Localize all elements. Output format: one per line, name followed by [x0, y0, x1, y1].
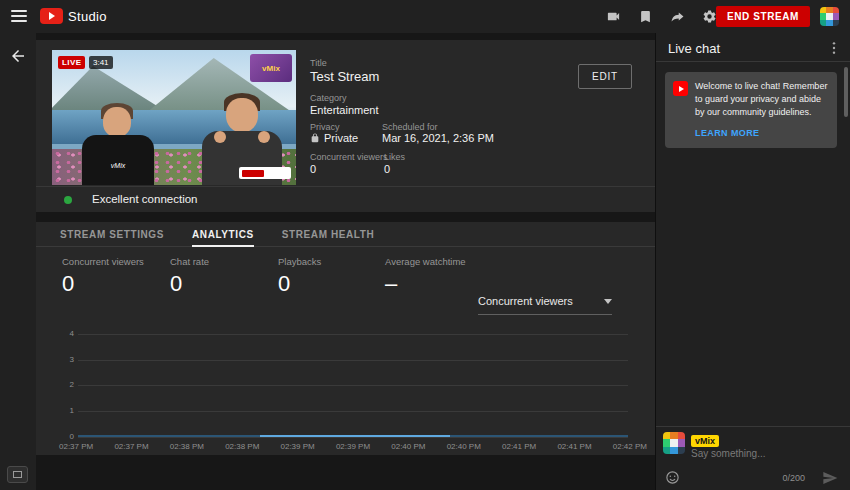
chevron-down-icon — [604, 299, 612, 304]
likes-label: Likes — [384, 152, 405, 162]
y-axis-tick-label: 4 — [50, 330, 74, 338]
share-icon[interactable] — [670, 9, 685, 24]
send-message-icon[interactable] — [822, 470, 838, 486]
y-axis-tick-label: 0 — [50, 433, 74, 441]
x-axis-tick-label: 02:38 PM — [225, 442, 259, 451]
youtube-play-icon — [40, 8, 63, 24]
stream-title: Test Stream — [310, 69, 379, 84]
chart-metric-dropdown[interactable]: Concurrent viewers — [478, 295, 612, 315]
account-avatar[interactable] — [820, 7, 839, 26]
live-preview-player[interactable]: vMix vMix LIVE 3:41 — [52, 50, 296, 185]
privacy-label: Privacy — [310, 122, 340, 132]
chart-gridline — [78, 385, 628, 386]
x-axis-tick-label: 02:40 PM — [391, 442, 425, 451]
connection-status-text: Excellent connection — [92, 193, 197, 205]
chart-gridline — [78, 411, 628, 412]
bookmark-icon[interactable] — [638, 9, 653, 24]
menu-icon[interactable] — [11, 10, 27, 24]
stream-camera-icon[interactable] — [606, 9, 621, 24]
welcome-text: Welcome to live chat! Remember to guard … — [695, 80, 829, 119]
tab-stream-health[interactable]: STREAM HEALTH — [282, 222, 375, 246]
chat-user-avatar[interactable] — [663, 432, 685, 454]
edit-button[interactable]: EDIT — [578, 64, 632, 89]
youtube-studio-logo[interactable]: Studio — [40, 8, 107, 24]
chat-username-badge: vMix — [691, 435, 719, 447]
lock-icon — [310, 133, 320, 143]
back-arrow-icon[interactable] — [9, 47, 27, 65]
privacy-value: Private — [310, 132, 358, 144]
chart-gridline — [78, 334, 628, 335]
x-axis-tick-label: 02:40 PM — [447, 442, 481, 451]
stream-info-card: vMix vMix LIVE 3:41 Title Test Stream Ca… — [36, 40, 655, 212]
vmix-thumbnail-overlay: vMix — [250, 54, 292, 82]
vmix-mosaic-logo — [663, 432, 685, 454]
chat-welcome-message: Welcome to live chat! Remember to guard … — [665, 72, 837, 148]
emoji-icon[interactable] — [665, 470, 680, 485]
elapsed-time-badge: 3:41 — [89, 56, 113, 69]
topbar-actions — [606, 0, 717, 33]
live-badge: LIVE — [58, 56, 85, 69]
brand-text: Studio — [68, 9, 107, 24]
character-counter: 0/200 — [782, 473, 805, 483]
x-axis-tick-label: 02:38 PM — [170, 442, 204, 451]
concurrent-viewers-label: Concurrent viewers — [310, 152, 388, 162]
x-axis-tick-label: 02:37 PM — [59, 442, 93, 451]
topbar: Studio END STREAM — [0, 0, 850, 33]
shirt-logo-text: vMix — [82, 162, 154, 169]
left-rail — [0, 33, 36, 490]
subscribe-overlay — [239, 167, 291, 179]
chart-gridline — [78, 437, 628, 438]
scheduled-value: Mar 16, 2021, 2:36 PM — [382, 132, 494, 144]
analytics-card: STREAM SETTINGS ANALYTICS STREAM HEALTH … — [36, 222, 655, 455]
connection-status-dot — [64, 196, 72, 204]
category-value: Entertainment — [310, 104, 378, 116]
x-axis-tick-label: 02:42 PM — [613, 442, 647, 451]
concurrent-viewers-line-highlight — [260, 435, 450, 437]
tab-bar: STREAM SETTINGS ANALYTICS STREAM HEALTH — [36, 222, 655, 247]
settings-gear-icon[interactable] — [702, 9, 717, 24]
learn-more-link[interactable]: LEARN MORE — [695, 128, 760, 138]
likes-value: 0 — [384, 163, 390, 175]
vmix-mosaic-logo — [820, 7, 839, 26]
chart-gridline — [78, 360, 628, 361]
metric-average-watchtime: Average watchtime – — [385, 256, 466, 297]
privacy-text: Private — [324, 132, 358, 144]
divider — [656, 426, 850, 427]
x-axis-tick-label: 02:41 PM — [557, 442, 591, 451]
y-axis-tick-label: 2 — [50, 381, 74, 389]
metric-concurrent-viewers: Concurrent viewers 0 — [62, 256, 144, 297]
youtube-studio-live-dashboard: Studio END STREAM — [0, 0, 850, 490]
left-rail-bottom-icon[interactable] — [7, 466, 28, 483]
live-chat-panel: Live chat Welcome to live chat! Remember… — [655, 33, 850, 490]
chat-scrollbar[interactable] — [844, 67, 848, 117]
chat-options-kebab-icon[interactable] — [826, 40, 842, 56]
chat-message-input[interactable] — [691, 448, 831, 459]
x-axis-tick-label: 02:41 PM — [502, 442, 536, 451]
live-chat-title: Live chat — [668, 41, 720, 56]
live-chat-header: Live chat — [656, 33, 850, 62]
metric-playbacks: Playbacks 0 — [278, 256, 321, 297]
metric-chat-rate: Chat rate 0 — [170, 256, 209, 297]
tab-analytics[interactable]: ANALYTICS — [192, 222, 254, 246]
x-axis-tick-label: 02:39 PM — [281, 442, 315, 451]
divider — [36, 186, 655, 187]
category-label: Category — [310, 93, 347, 103]
y-axis-tick-label: 3 — [50, 356, 74, 364]
presenter-left: vMix — [82, 103, 154, 185]
end-stream-button[interactable]: END STREAM — [716, 6, 810, 27]
scheduled-label: Scheduled for — [382, 122, 438, 132]
x-axis: 02:37 PM 02:37 PM 02:38 PM 02:38 PM 02:3… — [59, 442, 647, 451]
x-axis-tick-label: 02:37 PM — [114, 442, 148, 451]
title-label: Title — [310, 58, 327, 68]
y-axis-tick-label: 1 — [50, 407, 74, 415]
youtube-icon — [673, 81, 688, 96]
x-axis-tick-label: 02:39 PM — [336, 442, 370, 451]
dropdown-selected-value: Concurrent viewers — [478, 295, 573, 307]
concurrent-viewers-value: 0 — [310, 163, 316, 175]
tab-stream-settings[interactable]: STREAM SETTINGS — [60, 222, 164, 246]
